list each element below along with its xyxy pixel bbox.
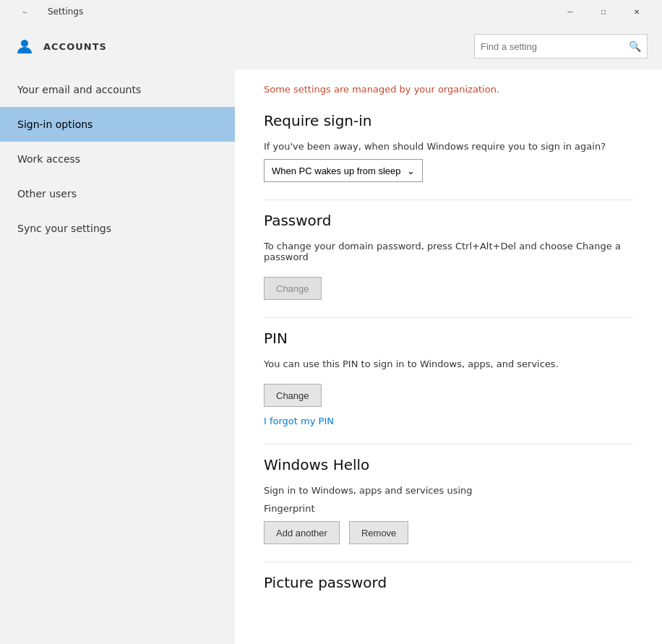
sidebar: Your email and accounts Sign-in options … [0, 69, 235, 644]
password-desc: To change your domain password, press Ct… [264, 241, 633, 262]
sidebar-item-sync[interactable]: Sync your settings [0, 211, 235, 246]
sidebar-item-work[interactable]: Work access [0, 142, 235, 176]
org-notice: Some settings are managed by your organi… [264, 84, 633, 95]
password-title: Password [264, 212, 633, 229]
svg-point-0 [21, 40, 28, 47]
windows-hello-title: Windows Hello [264, 456, 633, 473]
main-layout: Your email and accounts Sign-in options … [0, 69, 662, 644]
section-divider-3 [264, 444, 633, 445]
search-input[interactable] [481, 41, 629, 52]
fingerprint-buttons: Add another Remove [264, 521, 633, 544]
fingerprint-add-another-button[interactable]: Add another [264, 521, 340, 544]
require-signin-dropdown[interactable]: When PC wakes up from sleep ⌄ [264, 159, 423, 182]
pin-title: PIN [264, 330, 633, 347]
titlebar-controls: ─ □ ✕ [554, 0, 653, 23]
titlebar-title: Settings [48, 7, 83, 17]
titlebar-left: ← Settings [9, 0, 554, 23]
require-signin-desc: If you've been away, when should Windows… [264, 141, 633, 152]
titlebar: ← Settings ─ □ ✕ [0, 0, 662, 23]
accounts-icon [14, 36, 35, 56]
pin-desc: You can use this PIN to sign in to Windo… [264, 359, 633, 369]
chevron-down-icon: ⌄ [407, 166, 415, 176]
sidebar-item-otherusers[interactable]: Other users [0, 176, 235, 211]
minimize-button[interactable]: ─ [554, 0, 587, 23]
fingerprint-remove-button[interactable]: Remove [349, 521, 408, 544]
password-change-button[interactable]: Change [264, 277, 322, 300]
maximize-button[interactable]: □ [587, 0, 620, 23]
section-divider-2 [264, 317, 633, 318]
section-divider-1 [264, 199, 633, 200]
sidebar-item-email[interactable]: Your email and accounts [0, 72, 235, 107]
app-title: ACCOUNTS [43, 41, 107, 52]
pin-change-button[interactable]: Change [264, 384, 322, 407]
sidebar-item-signin[interactable]: Sign-in options [0, 107, 235, 142]
content-area: Some settings are managed by your organi… [235, 69, 662, 644]
search-box: 🔍 [474, 34, 648, 59]
picture-password-title: Picture password [264, 574, 633, 591]
fingerprint-label: Fingerprint [264, 503, 633, 514]
section-divider-4 [264, 562, 633, 562]
windows-hello-desc: Sign in to Windows, apps and services us… [264, 485, 633, 496]
close-button[interactable]: ✕ [620, 0, 653, 23]
require-signin-title: Require sign-in [264, 112, 633, 129]
forgot-pin-link[interactable]: I forgot my PIN [264, 416, 334, 426]
back-button[interactable]: ← [9, 0, 42, 23]
app-header: ACCOUNTS 🔍 [0, 23, 662, 69]
search-icon-button[interactable]: 🔍 [629, 40, 641, 52]
